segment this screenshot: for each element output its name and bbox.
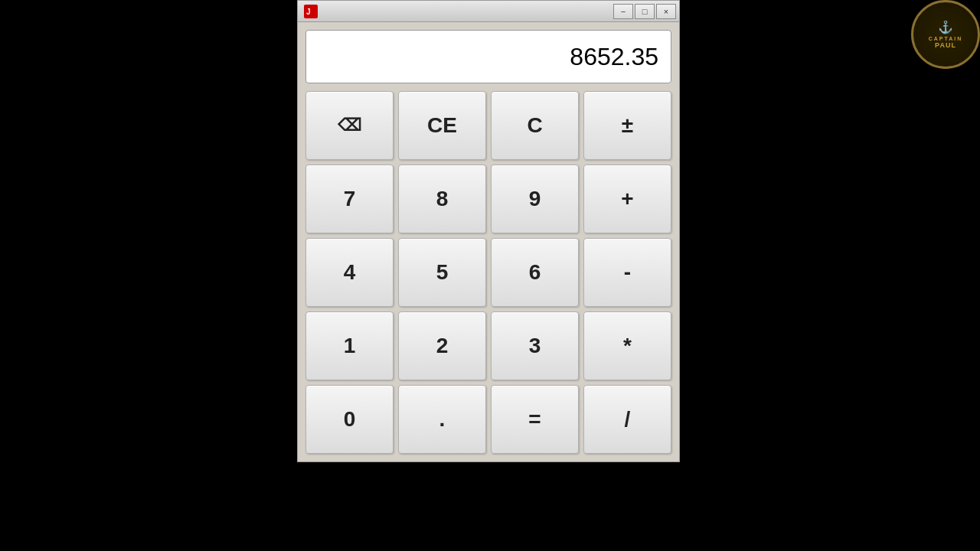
minimize-button[interactable]: − xyxy=(613,4,633,19)
plus-minus-button[interactable]: ± xyxy=(583,91,671,160)
watermark-badge: ⚓ CAPTAIN PAUL xyxy=(911,0,980,69)
plus-label: + xyxy=(621,187,633,211)
eight-button[interactable]: 8 xyxy=(398,165,486,233)
plus-minus-label: ± xyxy=(622,113,633,138)
ce-label: CE xyxy=(427,113,457,138)
multiply-label: * xyxy=(623,334,632,358)
seven-label: 7 xyxy=(344,187,356,211)
two-label: 2 xyxy=(436,334,449,358)
zero-label: 0 xyxy=(344,407,356,432)
four-button[interactable]: 4 xyxy=(305,238,394,307)
nine-button[interactable]: 9 xyxy=(491,165,579,233)
title-bar-buttons: − □ × xyxy=(613,4,676,19)
ce-button[interactable]: CE xyxy=(398,91,486,160)
three-label: 3 xyxy=(529,334,541,358)
minus-button[interactable]: - xyxy=(583,238,671,307)
title-bar-left: J xyxy=(304,5,318,18)
maximize-button[interactable]: □ xyxy=(635,4,655,19)
divide-label: / xyxy=(625,407,631,432)
six-label: 6 xyxy=(529,260,541,285)
svg-text:J: J xyxy=(306,8,311,16)
buttons-grid: ⌫ CE C ± 7 8 9 + xyxy=(305,91,671,454)
eight-label: 8 xyxy=(436,187,449,211)
multiply-button[interactable]: * xyxy=(583,311,671,380)
nine-label: 9 xyxy=(529,187,541,211)
calculator-body: 8652.35 ⌫ CE C ± 7 8 9 xyxy=(298,22,679,461)
backspace-button[interactable]: ⌫ xyxy=(305,91,394,160)
clear-label: C xyxy=(527,113,542,138)
zero-button[interactable]: 0 xyxy=(305,385,394,454)
java-icon: J xyxy=(304,5,318,18)
equals-button[interactable]: = xyxy=(491,385,579,454)
divide-button[interactable]: / xyxy=(583,385,671,454)
one-label: 1 xyxy=(344,334,356,358)
close-button[interactable]: × xyxy=(656,4,676,19)
two-button[interactable]: 2 xyxy=(398,311,486,380)
watermark-text: ⚓ CAPTAIN PAUL xyxy=(929,20,963,49)
one-button[interactable]: 1 xyxy=(305,311,394,380)
seven-button[interactable]: 7 xyxy=(305,165,394,233)
title-bar: J − □ × xyxy=(298,1,679,22)
display: 8652.35 xyxy=(305,30,671,83)
five-button[interactable]: 5 xyxy=(398,238,486,307)
calculator-window: J − □ × 8652.35 ⌫ CE C ± xyxy=(297,0,680,462)
four-label: 4 xyxy=(344,260,356,285)
three-button[interactable]: 3 xyxy=(491,311,579,380)
backspace-icon: ⌫ xyxy=(338,116,361,135)
decimal-label: . xyxy=(439,407,446,432)
six-button[interactable]: 6 xyxy=(491,238,579,307)
display-value: 8652.35 xyxy=(570,43,658,71)
five-label: 5 xyxy=(436,260,449,285)
equals-label: = xyxy=(528,407,541,432)
decimal-button[interactable]: . xyxy=(398,385,486,454)
plus-button[interactable]: + xyxy=(583,165,671,233)
clear-button[interactable]: C xyxy=(491,91,579,160)
minus-label: - xyxy=(624,260,631,285)
